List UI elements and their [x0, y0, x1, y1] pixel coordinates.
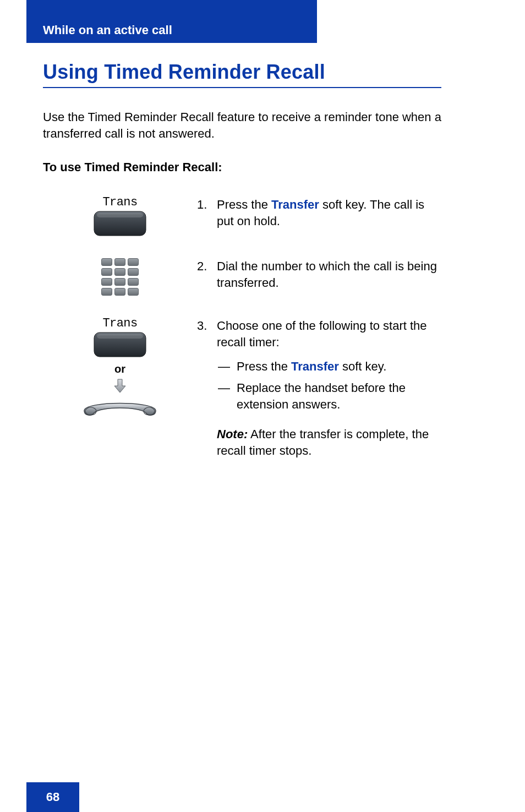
step-3-text: 3. Choose one of the following to start … [197, 318, 441, 459]
step-3-sub1-after: soft key. [339, 359, 386, 373]
instructions-heading: To use Timed Reminder Recall: [43, 160, 441, 175]
svg-rect-1 [97, 213, 143, 217]
page-number: 68 [46, 790, 59, 804]
step-3-icon-col: Trans [43, 318, 197, 418]
step-2-text: 2. Dial the number to which the call is … [197, 258, 441, 291]
dash-bullet: — [217, 380, 237, 412]
step-3-number: 3. [197, 318, 217, 459]
keypad-icon [101, 258, 139, 296]
dash-bullet: — [217, 358, 237, 375]
note-label: Note: [217, 427, 248, 441]
note-text: After the transfer is complete, the reca… [217, 427, 429, 457]
softkey-label-trans-2: Trans [102, 318, 137, 330]
page-title: Using Timed Reminder Recall [43, 61, 441, 84]
step-3-body: Choose one of the following to start the… [217, 319, 427, 349]
softkey-button-icon-2 [94, 332, 146, 357]
svg-rect-3 [97, 334, 143, 339]
step-2-number: 2. [197, 258, 217, 291]
step-1-row: Trans [43, 197, 441, 236]
arrow-down-icon [114, 379, 126, 395]
step-3-row: Trans [43, 318, 441, 459]
softkey-label-trans: Trans [102, 197, 137, 209]
step-2-icon-col [43, 258, 197, 296]
step-3-sub1-before: Press the [237, 359, 291, 373]
step-2-row: 2. Dial the number to which the call is … [43, 258, 441, 296]
header-section-label: While on an active call [43, 23, 172, 37]
page: While on an active call Using Timed Remi… [0, 0, 525, 812]
header-bar: While on an active call [26, 0, 317, 43]
step-1-icon-col: Trans [43, 197, 197, 236]
transfer-keyword-2: Transfer [291, 359, 339, 373]
title-rule [43, 87, 441, 88]
content: Using Timed Reminder Recall Use the Time… [43, 61, 441, 459]
transfer-keyword: Transfer [271, 198, 319, 211]
or-label: or [114, 363, 125, 375]
intro-text: Use the Timed Reminder Recall feature to… [43, 109, 441, 141]
footer-bar: 68 [26, 782, 79, 812]
softkey-button-icon [94, 211, 146, 236]
step-1-text-before: Press the [217, 198, 271, 211]
step-1-text: 1. Press the Transfer soft key. The call… [197, 197, 441, 229]
handset-icon [79, 396, 161, 418]
step-1-number: 1. [197, 197, 217, 229]
step-2-body: Dial the number to which the call is bei… [217, 258, 441, 291]
step-3-sub2: Replace the handset before the extension… [237, 380, 441, 412]
